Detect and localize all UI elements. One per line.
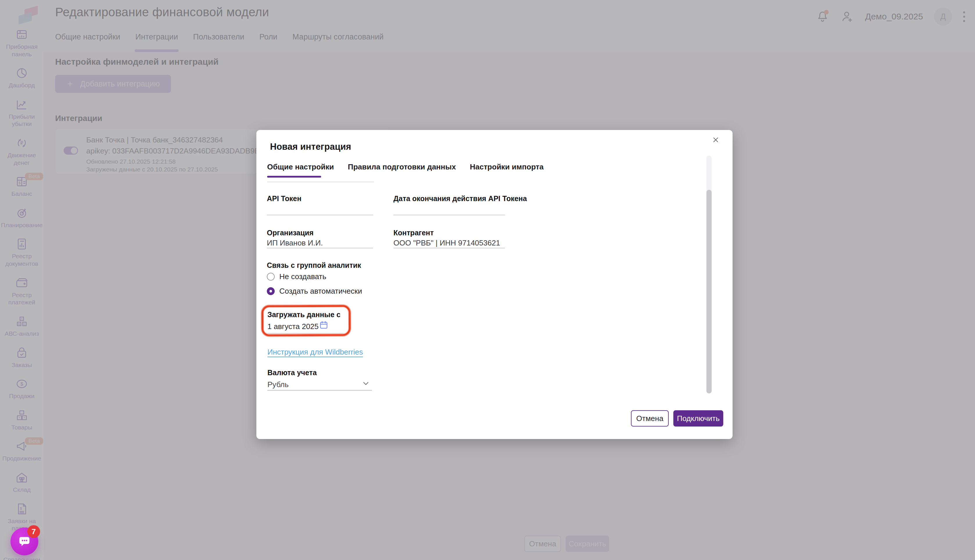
close-icon[interactable] xyxy=(710,133,722,146)
currency-select[interactable]: Рубль xyxy=(267,380,289,389)
modal-tabs: Общие настройки Правила подготовки данны… xyxy=(267,162,544,172)
red-annotation-box xyxy=(262,305,351,336)
organization-input[interactable]: ИП Иванов И.И. xyxy=(267,238,373,248)
modal-title: Новая интеграция xyxy=(270,142,351,152)
modal-tab-data-rules[interactable]: Правила подготовки данных xyxy=(348,162,456,172)
calendar-icon[interactable] xyxy=(319,320,328,330)
api-token-label: API Токен xyxy=(267,194,301,203)
modal-connect-button[interactable]: Подключить xyxy=(673,410,723,427)
load-data-from-label: Загружать данные с xyxy=(267,310,341,319)
counterparty-label: Контрагент xyxy=(394,228,434,237)
chat-unread-badge: 7 xyxy=(27,525,40,538)
modal-tab-import-settings[interactable]: Настройки импорта xyxy=(470,162,544,172)
currency-label: Валюта учета xyxy=(267,368,317,377)
radio-option-create-auto[interactable]: Создать автоматически xyxy=(267,287,362,296)
radio-icon xyxy=(267,273,275,281)
chat-widget-button[interactable]: 7 xyxy=(10,528,38,555)
new-integration-modal: Новая интеграция Общие настройки Правила… xyxy=(256,130,733,439)
radio-checked-icon xyxy=(267,287,275,295)
analytics-group-label: Связь с группой аналитик xyxy=(267,261,361,270)
modal-scrollbar-thumb[interactable] xyxy=(706,190,712,393)
token-expiry-label: Дата окончания действия API Токена xyxy=(394,194,527,203)
modal-tab-general[interactable]: Общие настройки xyxy=(267,162,334,172)
modal-cancel-button[interactable]: Отмена xyxy=(631,410,669,427)
radio-option-dont-create[interactable]: Не создавать xyxy=(267,272,326,281)
load-data-from-input[interactable]: 1 августа 2025 xyxy=(267,322,319,331)
active-tab-indicator xyxy=(267,176,321,178)
organization-label: Организация xyxy=(267,228,314,237)
wildberries-instruction-link[interactable]: Инструкция для Wildberries xyxy=(267,348,363,357)
counterparty-input[interactable]: ООО "РВБ" | ИНН 9714053621 xyxy=(394,238,505,248)
chevron-down-icon[interactable] xyxy=(361,379,370,388)
tab-divider xyxy=(267,182,374,182)
